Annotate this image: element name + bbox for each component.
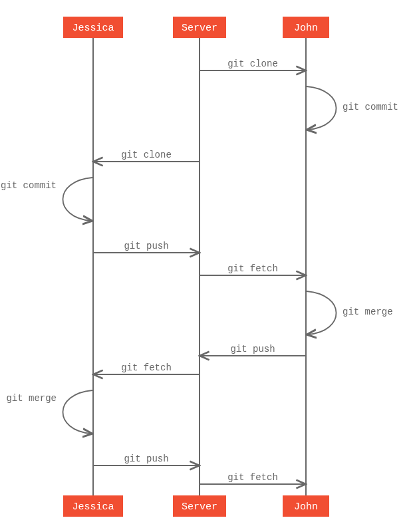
actor-server-top: Server: [173, 17, 226, 38]
actor-label: John: [294, 23, 318, 34]
actor-john-top: John: [283, 17, 329, 38]
msg-push-john-server: git push: [201, 344, 306, 356]
actor-jessica-bottom: Jessica: [63, 495, 123, 517]
msg-merge-john: git merge: [307, 291, 393, 334]
msg-label: git commit: [343, 102, 398, 112]
msg-label: git push: [124, 454, 168, 464]
msg-push-jessica-server-2: git push: [93, 454, 198, 466]
msg-label: git clone: [121, 150, 172, 160]
sequence-diagram: Jessica Server John git clone git commit…: [0, 0, 417, 532]
msg-clone-server-jessica: git clone: [94, 150, 200, 162]
msg-label: git fetch: [227, 472, 278, 483]
msg-label: git push: [230, 344, 275, 354]
actor-label: John: [294, 501, 318, 513]
msg-label: git clone: [227, 59, 278, 69]
msg-label: git commit: [1, 180, 57, 191]
msg-clone-server-john: git clone: [200, 59, 305, 70]
actor-label: Jessica: [72, 23, 114, 34]
msg-label: git push: [124, 241, 168, 251]
msg-fetch-server-jessica: git fetch: [94, 362, 200, 374]
msg-fetch-server-john-2: git fetch: [200, 472, 305, 484]
actor-label: Server: [182, 501, 217, 513]
msg-fetch-server-john-1: git fetch: [200, 263, 305, 275]
msg-commit-john: git commit: [307, 86, 398, 130]
actor-john-bottom: John: [283, 495, 329, 517]
actor-label: Server: [182, 23, 217, 34]
msg-label: git merge: [6, 393, 57, 404]
msg-label: git fetch: [121, 362, 172, 373]
actor-jessica-top: Jessica: [63, 17, 123, 38]
msg-merge-jessica: git merge: [6, 390, 92, 434]
msg-label: git fetch: [227, 263, 278, 274]
msg-commit-jessica: git commit: [1, 178, 92, 221]
msg-label: git merge: [343, 307, 393, 317]
actor-server-bottom: Server: [173, 495, 226, 517]
msg-push-jessica-server: git push: [93, 241, 198, 253]
actor-label: Jessica: [72, 501, 114, 513]
